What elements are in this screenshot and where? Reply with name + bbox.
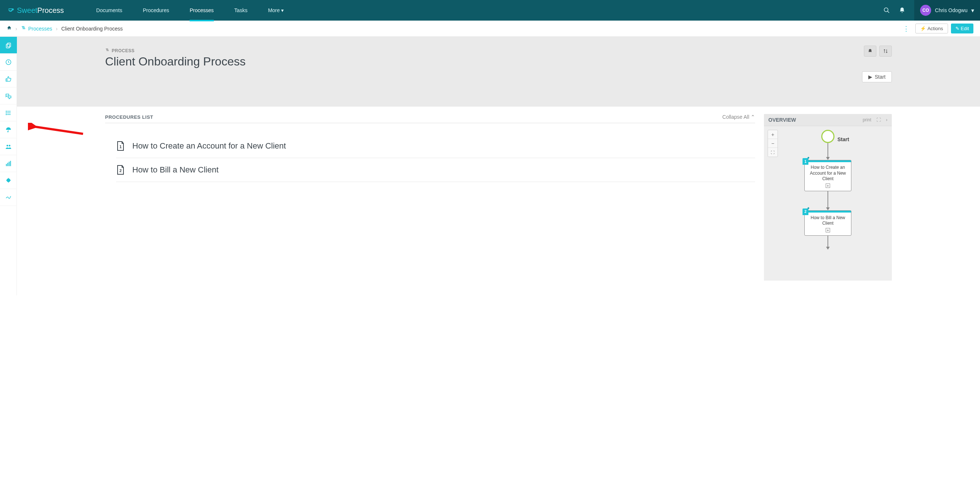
chevron-down-icon: ▾ bbox=[281, 7, 284, 13]
chevron-down-icon: ▾ bbox=[971, 7, 974, 14]
user-menu[interactable]: CO Chris Odogwu ▾ bbox=[914, 0, 980, 21]
breadcrumb-sep: › bbox=[56, 26, 58, 32]
bell-icon[interactable] bbox=[899, 7, 905, 14]
svg-rect-14 bbox=[7, 163, 8, 166]
procedures-list-label: PROCEDURES LIST bbox=[105, 114, 153, 120]
bolt-icon: ⚡ bbox=[920, 26, 926, 31]
sidebar-badge-icon[interactable] bbox=[0, 172, 17, 189]
content-row: PROCEDURES LIST Collapse All⌃ 1 How to C… bbox=[17, 107, 980, 295]
svg-point-9 bbox=[6, 112, 6, 113]
sidebar-trend-icon[interactable] bbox=[0, 189, 17, 206]
user-name: Chris Odogwu bbox=[935, 7, 967, 13]
sidebar-chart-icon[interactable] bbox=[0, 155, 17, 172]
nav-tasks[interactable]: Tasks bbox=[224, 0, 258, 21]
start-node[interactable] bbox=[821, 130, 835, 143]
svg-text:1: 1 bbox=[119, 144, 122, 149]
nav-more[interactable]: More▾ bbox=[258, 0, 294, 21]
breadcrumb-sep: › bbox=[16, 26, 17, 32]
step-number: 1 bbox=[802, 158, 808, 165]
step-text: How to Create an Account for a New Clien… bbox=[807, 165, 849, 182]
expand-step-icon[interactable]: + bbox=[826, 228, 830, 232]
page-header: PROCESS Client Onboarding Process ▶Start bbox=[17, 37, 980, 107]
sidebar-clock-icon[interactable] bbox=[0, 54, 17, 70]
arrow-down-icon bbox=[826, 247, 830, 250]
step-number: 2 bbox=[802, 209, 808, 215]
arrow-down-icon bbox=[826, 157, 830, 160]
flow-connector bbox=[827, 191, 828, 208]
edit-icon: ✎ bbox=[955, 26, 959, 31]
stack-icon bbox=[105, 48, 110, 53]
nav-processes[interactable]: Processes bbox=[179, 0, 224, 21]
left-icon-bar bbox=[0, 37, 17, 295]
procedure-item[interactable]: 2 How to Bill a New Client bbox=[116, 158, 755, 182]
sidebar-chat-icon[interactable] bbox=[0, 88, 17, 104]
svg-text:2: 2 bbox=[119, 168, 122, 173]
edit-button[interactable]: ✎Edit bbox=[951, 24, 974, 34]
procedure-title: How to Create an Account for a New Clien… bbox=[132, 141, 286, 151]
procedure-title: How to Bill a New Client bbox=[132, 165, 219, 175]
step-text: How to Bill a New Client bbox=[807, 215, 849, 227]
procedure-item[interactable]: 1 How to Create an Account for a New Cli… bbox=[116, 134, 755, 158]
flow-connector bbox=[827, 236, 828, 247]
breadcrumb-right: ⋮ ⚡Actions ✎Edit bbox=[900, 24, 974, 34]
svg-rect-2 bbox=[7, 43, 11, 47]
actions-button[interactable]: ⚡Actions bbox=[915, 24, 948, 34]
page-title: Client Onboarding Process bbox=[105, 55, 892, 69]
svg-point-10 bbox=[6, 114, 6, 115]
header-buttons bbox=[864, 46, 892, 57]
sidebar-team-icon[interactable] bbox=[0, 138, 17, 155]
cup-icon bbox=[7, 6, 15, 14]
expand-icon[interactable]: ⛶ bbox=[877, 117, 881, 123]
arrow-down-icon bbox=[826, 208, 830, 210]
chevron-right-icon[interactable]: › bbox=[886, 117, 888, 123]
breadcrumb-bar: › Processes › Client Onboarding Process … bbox=[0, 21, 980, 37]
svg-point-12 bbox=[9, 144, 11, 146]
logo[interactable]: SweetProcess bbox=[7, 6, 64, 15]
document-icon: 2 bbox=[116, 165, 125, 175]
notify-button[interactable] bbox=[864, 46, 877, 57]
overview-label: OVERVIEW bbox=[768, 117, 796, 123]
topnav-right: CO Chris Odogwu ▾ bbox=[883, 0, 973, 21]
home-icon[interactable] bbox=[6, 26, 12, 32]
expand-step-icon[interactable]: + bbox=[826, 184, 830, 188]
svg-rect-3 bbox=[6, 44, 10, 48]
document-icon: 1 bbox=[116, 141, 125, 151]
flow-connector bbox=[827, 143, 828, 157]
start-button[interactable]: ▶Start bbox=[862, 71, 892, 82]
overview-canvas[interactable]: + − ⛶ Start 1 How bbox=[764, 126, 892, 281]
breadcrumb-current: Client Onboarding Process bbox=[61, 26, 123, 32]
sidebar-thumbsup-icon[interactable] bbox=[0, 70, 17, 88]
svg-rect-13 bbox=[6, 164, 6, 166]
logo-process: Process bbox=[38, 6, 64, 15]
overview-panel: OVERVIEW print ⛶ › + − ⛶ bbox=[764, 114, 892, 281]
chevron-up-icon: ⌃ bbox=[751, 114, 755, 120]
flow-diagram: Start 1 How to Create an Account for a N… bbox=[764, 130, 892, 250]
svg-point-0 bbox=[885, 8, 888, 12]
procedures-list: PROCEDURES LIST Collapse All⌃ 1 How to C… bbox=[105, 114, 755, 281]
flow-step[interactable]: 1 How to Create an Account for a New Cli… bbox=[804, 160, 851, 191]
flow-step[interactable]: 2 How to Bill a New Client + bbox=[804, 210, 851, 236]
print-button[interactable]: print bbox=[863, 117, 871, 123]
sidebar-umbrella-icon[interactable] bbox=[0, 121, 17, 138]
sidebar-copy-icon[interactable] bbox=[0, 37, 17, 54]
svg-line-1 bbox=[888, 11, 889, 13]
more-menu-icon[interactable]: ⋮ bbox=[900, 25, 912, 33]
collapse-all-button[interactable]: Collapse All⌃ bbox=[722, 114, 755, 120]
process-type-label: PROCESS bbox=[105, 48, 892, 53]
sidebar-list-icon[interactable] bbox=[0, 104, 17, 121]
search-icon[interactable] bbox=[883, 7, 890, 14]
nav-documents[interactable]: Documents bbox=[86, 0, 133, 21]
svg-point-11 bbox=[6, 144, 8, 146]
sort-button[interactable] bbox=[879, 46, 892, 57]
top-nav: SweetProcess Documents Procedures Proces… bbox=[0, 0, 980, 21]
logo-sweet: Sweet bbox=[17, 6, 38, 15]
breadcrumb-link[interactable]: Processes bbox=[28, 26, 52, 32]
svg-rect-15 bbox=[9, 161, 10, 166]
start-node-label: Start bbox=[837, 136, 849, 142]
overview-header: OVERVIEW print ⛶ › bbox=[764, 114, 892, 126]
procedures-list-header: PROCEDURES LIST Collapse All⌃ bbox=[105, 114, 755, 123]
svg-rect-16 bbox=[10, 161, 11, 166]
nav-procedures[interactable]: Procedures bbox=[133, 0, 180, 21]
main-area: PROCESS Client Onboarding Process ▶Start… bbox=[17, 37, 980, 295]
avatar: CO bbox=[920, 5, 931, 16]
